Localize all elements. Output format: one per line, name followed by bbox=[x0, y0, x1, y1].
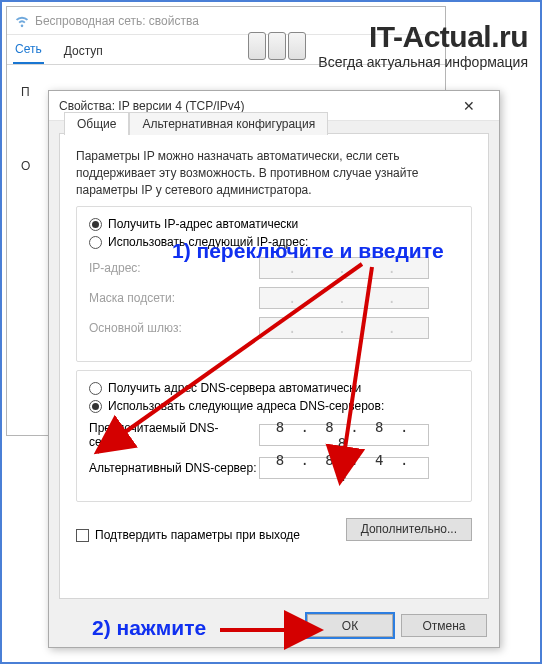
radio-dns-manual[interactable]: Использовать следующие адреса DNS-сервер… bbox=[89, 399, 459, 413]
confirm-checkbox-label: Подтвердить параметры при выходе bbox=[95, 528, 300, 542]
bg-tab-access[interactable]: Доступ bbox=[62, 38, 105, 64]
radio-dns-auto-label: Получить адрес DNS-сервера автоматически bbox=[108, 381, 361, 395]
tab-general[interactable]: Общие bbox=[64, 112, 129, 135]
radio-ip-manual[interactable]: Использовать следующий IP-адрес: bbox=[89, 235, 459, 249]
subnet-mask-input: . . . bbox=[259, 287, 429, 309]
radio-dns-manual-label: Использовать следующие адреса DNS-сервер… bbox=[108, 399, 384, 413]
checkbox-icon bbox=[76, 529, 89, 542]
dns-group: Получить адрес DNS-сервера автоматически… bbox=[76, 370, 472, 502]
radio-icon bbox=[89, 218, 102, 231]
radio-ip-manual-label: Использовать следующий IP-адрес: bbox=[108, 235, 308, 249]
bg-tab-network[interactable]: Сеть bbox=[13, 36, 44, 64]
dns-preferred-input[interactable]: 8 . 8 . 8 . 8 bbox=[259, 424, 429, 446]
radio-ip-auto-label: Получить IP-адрес автоматически bbox=[108, 217, 298, 231]
tab-alt-config[interactable]: Альтернативная конфигурация bbox=[129, 112, 328, 135]
info-text: Параметры IP можно назначать автоматичес… bbox=[76, 148, 472, 198]
radio-icon bbox=[89, 236, 102, 249]
bg-titlebar: Беспроводная сеть: свойства bbox=[7, 7, 445, 35]
bg-title: Беспроводная сеть: свойства bbox=[35, 14, 199, 28]
radio-icon bbox=[89, 400, 102, 413]
wifi-icon bbox=[15, 14, 29, 28]
confirm-checkbox[interactable]: Подтвердить параметры при выходе bbox=[76, 528, 300, 542]
cancel-button[interactable]: Отмена bbox=[401, 614, 487, 637]
close-icon: ✕ bbox=[463, 98, 475, 114]
dialog-tabs: Общие Альтернативная конфигурация bbox=[64, 112, 328, 135]
dialog-footer: ОК Отмена bbox=[59, 614, 487, 637]
radio-icon bbox=[89, 382, 102, 395]
ip-address-input: . . . bbox=[259, 257, 429, 279]
radio-dns-auto[interactable]: Получить адрес DNS-сервера автоматически bbox=[89, 381, 459, 395]
dns-alternate-input[interactable]: 8 . 8 . 4 . 4 bbox=[259, 457, 429, 479]
subnet-mask-label: Маска подсети: bbox=[89, 291, 259, 305]
bg-row-letter-2: О bbox=[21, 159, 39, 173]
close-button[interactable]: ✕ bbox=[449, 93, 489, 119]
dns-preferred-label: Предпочитаемый DNS-сервер: bbox=[89, 421, 259, 449]
dialog-body: Общие Альтернативная конфигурация Параме… bbox=[59, 133, 489, 599]
radio-ip-auto[interactable]: Получить IP-адрес автоматически bbox=[89, 217, 459, 231]
ip-address-label: IP-адрес: bbox=[89, 261, 259, 275]
gateway-label: Основной шлюз: bbox=[89, 321, 259, 335]
ok-button[interactable]: ОК bbox=[307, 614, 393, 637]
gateway-input: . . . bbox=[259, 317, 429, 339]
ipv4-properties-dialog: Свойства: IP версии 4 (TCP/IPv4) ✕ Общие… bbox=[48, 90, 500, 648]
dialog-title: Свойства: IP версии 4 (TCP/IPv4) bbox=[59, 99, 245, 113]
advanced-button[interactable]: Дополнительно... bbox=[346, 518, 472, 541]
dns-alternate-label: Альтернативный DNS-сервер: bbox=[89, 461, 259, 475]
bg-tabs: Сеть Доступ bbox=[7, 35, 445, 65]
ip-group: Получить IP-адрес автоматически Использо… bbox=[76, 206, 472, 362]
bg-row-letter: П bbox=[21, 85, 39, 99]
